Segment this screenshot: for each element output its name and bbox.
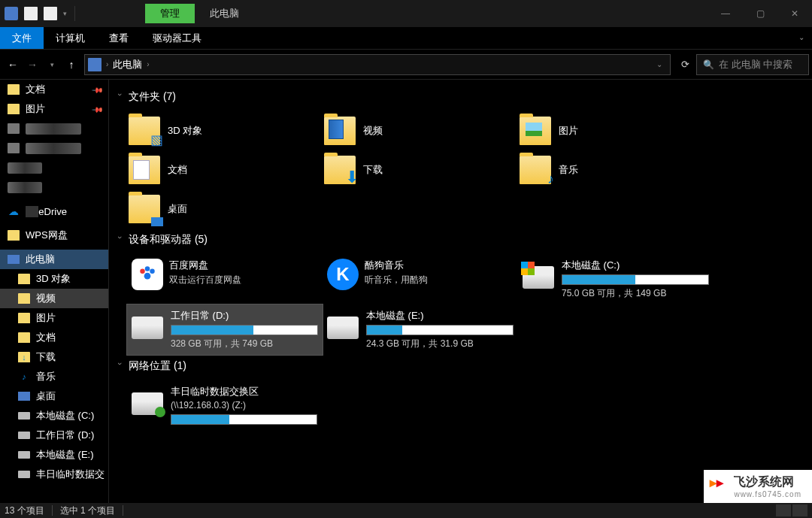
sidebar-item-wps[interactable]: WPS网盘 — [0, 226, 108, 245]
label: 桌面 — [36, 389, 56, 403]
folder-icon — [324, 117, 356, 145]
baidu-icon — [132, 259, 163, 290]
tab-file[interactable]: 文件 — [0, 27, 44, 49]
drive-capacity: 328 GB 可用，共 749 GB — [171, 338, 318, 350]
sidebar-item-3d[interactable]: 3D 对象 — [0, 269, 108, 289]
quick-access-toolbar: ▾ — [0, 6, 81, 21]
folder-docs[interactable]: 文档 — [127, 150, 323, 189]
watermark-brand: 飞沙系统网 — [734, 474, 801, 490]
address-bar[interactable]: › 此电脑 › ⌄ — [84, 54, 671, 75]
sidebar-item-pics[interactable]: 图片📌 — [0, 99, 108, 119]
sidebar-item-drive-z[interactable]: 丰日临时数据交 — [0, 465, 108, 484]
sidebar-item-pics2[interactable]: 图片 — [0, 308, 108, 328]
address-pc-icon — [88, 58, 102, 71]
tab-view[interactable]: 查看 — [97, 27, 141, 49]
svg-point-1 — [145, 266, 150, 271]
window-title: 此电脑 — [195, 4, 254, 23]
tab-drive-tools[interactable]: 驱动器工具 — [141, 27, 214, 49]
sidebar-item-obscured[interactable]: █████ — [0, 158, 108, 177]
capacity-bar — [171, 325, 318, 335]
label: WPS网盘 — [26, 229, 68, 242]
close-button[interactable]: ✕ — [777, 0, 812, 27]
drive-capacity: 24.3 GB 可用，共 31.9 GB — [366, 338, 514, 350]
sidebar-item-video[interactable]: 视频 — [0, 289, 108, 308]
download-icon — [18, 352, 30, 362]
folder-3d[interactable]: ▧3D 对象 — [127, 111, 323, 150]
recent-dropdown-icon[interactable]: ▾ — [42, 55, 62, 74]
maximize-button[interactable]: ▢ — [743, 0, 777, 27]
folder-pics[interactable]: 图片 — [518, 111, 714, 150]
folder-icon — [18, 274, 30, 284]
drive-d[interactable]: 工作日常 (D:) 328 GB 可用，共 749 GB — [127, 304, 323, 355]
folder-icon: ▧ — [129, 117, 160, 145]
sidebar-item-desktop[interactable]: 桌面 — [0, 386, 108, 406]
drive-name: 本地磁盘 (C:) — [562, 259, 709, 272]
label: 下载 — [36, 350, 56, 364]
qat-dropdown-icon[interactable]: ▾ — [63, 10, 67, 17]
group-title: 网络位置 (1) — [129, 359, 186, 373]
folder-icon — [18, 313, 30, 323]
folder-icon — [8, 123, 20, 134]
details-view-button[interactable] — [776, 504, 791, 516]
kugou-icon: K — [327, 259, 359, 290]
sidebar-item-onedrive[interactable]: ☁OneDrive — [0, 201, 108, 221]
search-icon: 🔍 — [703, 59, 714, 70]
qat-icon-1[interactable] — [24, 7, 38, 20]
sidebar-item-drive-c[interactable]: 本地磁盘 (C:) — [0, 406, 108, 426]
tiles-view-button[interactable] — [792, 504, 807, 516]
qat-icon-2[interactable] — [44, 7, 57, 20]
titlebar: ▾ 管理 此电脑 — ▢ ✕ — [0, 0, 812, 27]
sidebar-item-downloads[interactable]: 下载 — [0, 347, 108, 367]
search-input[interactable]: 🔍 在 此电脑 中搜索 — [696, 54, 809, 75]
ribbon-collapse-icon[interactable]: ⌄ — [798, 33, 804, 41]
folder-icon — [18, 332, 30, 343]
back-button[interactable]: ← — [3, 55, 23, 74]
drive-path: (\\192.168.0.3) (Z:) — [171, 400, 317, 410]
drive-icon — [18, 412, 30, 420]
refresh-button[interactable]: ⟳ — [674, 59, 696, 70]
sidebar-item-obscured[interactable]: █████ — [0, 177, 108, 197]
drive-e[interactable]: 本地磁盘 (E:) 24.3 GB 可用，共 31.9 GB — [323, 304, 518, 355]
folder-video[interactable]: 视频 — [323, 111, 518, 150]
label: 3D 对象 — [168, 124, 202, 138]
sidebar-item-docs2[interactable]: 文档 — [0, 328, 108, 347]
content-pane[interactable]: › 文件夹 (7) ▧3D 对象 视频 图片 文档 ⬇下载 ♪音乐 桌面 › 设… — [109, 80, 812, 503]
sidebar-item-drive-d[interactable]: 工作日常 (D:) — [0, 426, 108, 445]
group-header-network[interactable]: › 网络位置 (1) — [117, 359, 804, 373]
up-button[interactable]: ↑ — [62, 55, 81, 74]
group-title: 文件夹 (7) — [129, 90, 176, 104]
svg-point-2 — [150, 268, 155, 274]
drive-c[interactable]: 本地磁盘 (C:) 75.0 GB 可用，共 149 GB — [518, 254, 714, 304]
breadcrumb-sep-icon[interactable]: › — [147, 60, 149, 68]
device-kugou[interactable]: K 酷狗音乐 听音乐，用酷狗 — [323, 254, 518, 304]
label: 音乐 — [559, 163, 578, 177]
drive-icon — [18, 432, 30, 439]
folder-icon — [129, 156, 160, 184]
network-drive-z[interactable]: 丰日临时数据交换区 (\\192.168.0.3) (Z:) — [127, 380, 323, 429]
group-header-devices[interactable]: › 设备和驱动器 (5) — [117, 233, 804, 247]
folder-downloads[interactable]: ⬇下载 — [323, 150, 518, 189]
sidebar-item-docs[interactable]: 文档📌 — [0, 80, 108, 99]
folder-music[interactable]: ♪音乐 — [518, 150, 714, 189]
chevron-down-icon: › — [116, 362, 125, 370]
sidebar-item-thispc[interactable]: 此电脑 — [0, 250, 108, 269]
forward-button[interactable]: → — [23, 55, 42, 74]
label: 工作日常 (D:) — [36, 429, 94, 442]
sidebar-item-music[interactable]: ♪音乐 — [0, 367, 108, 386]
pc-icon — [8, 255, 20, 264]
label: 本地磁盘 (C:) — [36, 409, 94, 423]
label: 丰日临时数据交 — [36, 468, 105, 481]
label: 音乐 — [36, 370, 56, 383]
group-header-folders[interactable]: › 文件夹 (7) — [117, 90, 804, 104]
device-baidu[interactable]: 百度网盘 双击运行百度网盘 — [127, 254, 323, 304]
sidebar-item-drive-e[interactable]: 本地磁盘 (E:) — [0, 445, 108, 465]
folder-desktop[interactable]: 桌面 — [127, 189, 323, 229]
sidebar-item-obscured[interactable]: ████████ — [0, 138, 108, 158]
tab-computer[interactable]: 计算机 — [44, 27, 97, 49]
breadcrumb-thispc[interactable]: 此电脑 — [108, 58, 147, 71]
sidebar-item-obscured[interactable]: ████████ — [0, 119, 108, 138]
address-dropdown-icon[interactable]: ⌄ — [652, 60, 667, 68]
folder-icon: ♪ — [520, 156, 551, 184]
contextual-tab-manage[interactable]: 管理 — [145, 4, 195, 23]
minimize-button[interactable]: — — [708, 0, 743, 27]
